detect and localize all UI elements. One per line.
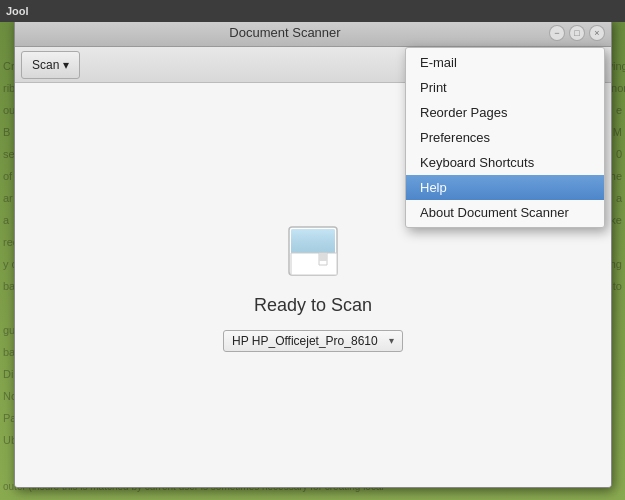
scan-button[interactable]: Scan ▾	[21, 51, 80, 79]
device-name: HP HP_Officejet_Pro_8610	[232, 334, 378, 348]
scan-dropdown-arrow: ▾	[63, 58, 69, 72]
system-topbar: Jool	[0, 0, 625, 22]
context-menu: E-mail Print Reorder Pages Preferences K…	[405, 47, 605, 228]
minimize-button[interactable]: −	[549, 25, 565, 41]
svg-marker-4	[319, 253, 327, 261]
window-controls: − □ ×	[549, 25, 605, 41]
device-selector[interactable]: HP HP_Officejet_Pro_8610 ▾	[223, 330, 403, 352]
app-name-label: Jool	[6, 5, 29, 17]
menu-item-help[interactable]: Help	[406, 175, 604, 200]
menu-item-keyboard[interactable]: Keyboard Shortcuts	[406, 150, 604, 175]
dropdown-arrow-icon: ▾	[389, 335, 394, 346]
title-bar: Document Scanner − □ ×	[15, 19, 611, 47]
svg-marker-3	[291, 253, 337, 275]
menu-item-about[interactable]: About Document Scanner	[406, 200, 604, 225]
menu-item-email[interactable]: E-mail	[406, 50, 604, 75]
maximize-button[interactable]: □	[569, 25, 585, 41]
window-title: Document Scanner	[21, 25, 549, 40]
scan-label: Scan	[32, 58, 59, 72]
ready-to-scan-text: Ready to Scan	[254, 295, 372, 316]
menu-item-print[interactable]: Print	[406, 75, 604, 100]
document-scanner-window: Document Scanner − □ × Scan ▾ ☰ ⊞	[14, 18, 612, 488]
menu-item-reorder[interactable]: Reorder Pages	[406, 100, 604, 125]
menu-item-preferences[interactable]: Preferences	[406, 125, 604, 150]
close-button[interactable]: ×	[589, 25, 605, 41]
scanner-icon	[281, 219, 345, 283]
